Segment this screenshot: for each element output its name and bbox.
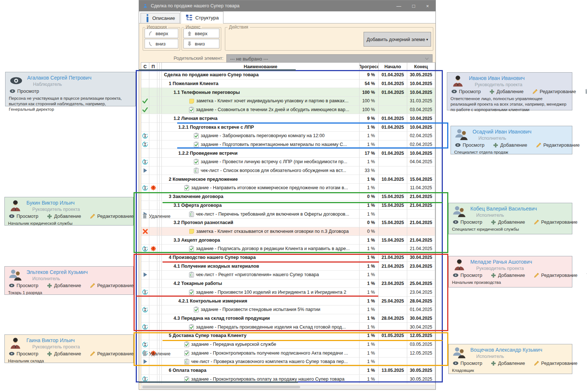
action-pencil[interactable]: Редактирование [532, 89, 576, 94]
grid-row[interactable]: 4.2.1 Контрольные измерения1 %25.04.2025… [141, 297, 435, 305]
maximize-button[interactable]: □ [412, 3, 415, 9]
minimize-button[interactable]: — [397, 3, 401, 9]
action-eye[interactable]: Просмотр [455, 142, 484, 148]
column-header[interactable]: Конец [407, 63, 435, 70]
note-icon [189, 98, 194, 104]
action-pencil[interactable]: Редактирование [534, 272, 577, 278]
action-eye[interactable]: Просмотр [9, 213, 38, 219]
grid-row[interactable]: 2 Коммерческое предложение1 %10.04.20251… [141, 175, 435, 184]
action-plus[interactable]: Добавление [47, 213, 81, 219]
grid-row[interactable]: задание - Созвониться в течении 2х дней … [141, 106, 435, 114]
grid-row[interactable]: чек-лист - Список вопросов для обязатель… [141, 166, 435, 175]
grid-row[interactable]: 3 Заключение договора0 %15.04.202521.04.… [141, 193, 435, 201]
horizontal-scrollbar[interactable] [141, 385, 435, 389]
add-child-button[interactable]: Добавить дочерний элеме ▾ [364, 32, 431, 47]
grid-row[interactable]: 3.3 Акцепт договора1 %15.04.202521.04.20… [141, 236, 435, 245]
person-name-link[interactable]: Иванов Иван Иванович [469, 75, 525, 81]
grid-row[interactable]: 4 Производство нашего Супер товара1 %21.… [141, 253, 435, 262]
action-eye[interactable]: Просмотр [10, 88, 39, 94]
tab-description[interactable]: Описание [141, 13, 180, 23]
grid-row[interactable]: задание - Забронировать переговорную ком… [141, 132, 435, 140]
scrollbar-thumb[interactable] [142, 386, 300, 388]
grid-row[interactable]: 3.1 Оферта договора1 %15.04.202521.04.20… [141, 201, 435, 210]
action-plus[interactable]: Добавление [491, 360, 525, 366]
hierarchy-down-button[interactable]: вниз [145, 39, 178, 48]
grid-row[interactable]: чек-лист - Рецепт «приготовления» нашего… [141, 271, 435, 279]
action-pencil[interactable]: Редактирование [536, 142, 580, 148]
column-header[interactable]: Прогресс [360, 63, 379, 70]
grid-row[interactable]: задание - Проконтролировать получение по… [141, 349, 435, 358]
action-pencil[interactable]: Редактирование [534, 360, 577, 366]
grid-row[interactable]: задание - Подписать договор в редакции К… [141, 245, 435, 253]
grid-row[interactable]: 4.3 Передача на склад готовой продукции1… [141, 314, 435, 323]
tab-structure[interactable]: Структура [181, 11, 223, 23]
action-pencil[interactable]: Редактирование [90, 213, 134, 219]
grid-row[interactable]: 3.2 Протокол разногласий0 %15.04.202521.… [141, 219, 435, 227]
parent-element-select[interactable]: --- не выбрано --- [226, 54, 433, 63]
action-plus[interactable]: Добавление [493, 142, 527, 148]
column-header[interactable]: С [141, 63, 149, 70]
person-name-link[interactable]: Эльтеков Сергей Кузьмич [26, 269, 88, 275]
index-down-button[interactable]: вниз [183, 39, 219, 48]
action-trash[interactable]: Удаление [142, 351, 171, 356]
person-name-link[interactable]: Осадчий Иван Иванович [473, 129, 532, 135]
grid-row[interactable]: заметка - Клиент отказывается от включен… [141, 227, 435, 236]
person-name-link[interactable]: Гаина Виктор Ильич [26, 337, 75, 343]
action-eye[interactable]: Просмотр [453, 272, 482, 278]
grid-row[interactable]: Сделка по продаже нашего Супер товара9 %… [141, 71, 435, 80]
action-pencil[interactable]: Редактирование [90, 283, 134, 288]
action-eye[interactable]: Просмотр [451, 89, 481, 94]
grid-row[interactable]: 6 Оплата товара1 %13.05.202530.05.2025 [141, 366, 435, 375]
grid-row[interactable]: 4.1 Получение исходных материалов1 %21.0… [141, 262, 435, 271]
action-eye[interactable]: Просмотр [453, 219, 482, 225]
grid-row[interactable]: задание - Произвести стендовые испытания… [141, 305, 435, 314]
grid-row[interactable]: заметка - Клиент хочет индивидуальную уп… [141, 97, 435, 106]
grid-row[interactable]: 1.2 Личная встреча9 %01.04.202510.04.202… [141, 114, 435, 123]
action-label: Добавление [500, 142, 527, 148]
grid-row[interactable]: задание - Проконтролировать оплату за пр… [141, 375, 435, 384]
action-plus[interactable]: Добавление [47, 283, 81, 288]
action-plus[interactable]: Добавление [491, 272, 525, 278]
action-pencil[interactable]: Редактирование [534, 219, 577, 225]
column-header[interactable]: Начало [379, 63, 407, 70]
index-up-button[interactable]: вверх [183, 29, 219, 38]
hierarchy-up-button[interactable]: вверх [145, 29, 178, 38]
grid-row[interactable]: чек-лист - Проверка упаковочного комплек… [141, 358, 435, 366]
grid-row[interactable]: 1.1 Телефонные переговоры100 %01.04.2025… [141, 88, 435, 97]
person-name-link[interactable]: Кобец Валерий Васильевич [470, 206, 537, 212]
grid-row[interactable]: 1 Пожелания Клиента54 %01.04.202510.04.2… [141, 80, 435, 88]
flag-cell [149, 262, 157, 271]
action-eye[interactable]: Просмотр [453, 360, 482, 366]
titlebar[interactable]: Сделка по продаже нашего Супер товара — … [139, 0, 435, 11]
person-name-link[interactable]: Вощечков Александр Кузьмич [470, 347, 542, 353]
action-trash[interactable]: Удаление [142, 213, 171, 219]
progress-cell: 100 % [360, 88, 379, 97]
person-name-link[interactable]: Агалаков Сергей Петрович [27, 75, 91, 81]
grid-row[interactable]: задание - Передать произведенные изделия… [141, 323, 435, 331]
action-eye[interactable]: Просмотр [9, 351, 38, 356]
column-header[interactable]: Наименование [162, 63, 360, 70]
action-pencil[interactable]: Редактирование [90, 351, 134, 356]
grid-row[interactable]: 1.2.2 Проведение встречи17 %01.04.202510… [141, 149, 435, 158]
column-header[interactable]: П [149, 63, 157, 70]
action-plus[interactable]: Добавление [489, 89, 524, 94]
action-eye[interactable]: Просмотр [9, 283, 38, 288]
grid-row[interactable]: задание - Передача курьерской службе1 %0… [141, 340, 435, 349]
person-name-link[interactable]: Букин Виктор Ильич [26, 200, 74, 206]
close-button[interactable]: × [426, 3, 429, 9]
grid-row[interactable]: 4.2 Токарные работы1 %23.04.202525.04.20… [141, 279, 435, 288]
action-plus[interactable]: Добавление [491, 219, 525, 225]
action-trash[interactable]: Удаление [585, 89, 587, 94]
grid-row[interactable]: задание - Провести личную встречу с ЛПР … [141, 158, 435, 166]
grid-row[interactable]: задание - Подготовить презентационные ма… [141, 140, 435, 149]
app-window: Сделка по продаже нашего Супер товара — … [139, 0, 436, 390]
grid-row[interactable]: чек-лист - Перечень требований для включ… [141, 210, 435, 219]
grid-row[interactable]: 1.2.1 Подготовка к встрече с ЛПР1 %01.04… [141, 123, 435, 132]
grid-row[interactable]: 5 Доставка Супер товара Клиенту1 %01.05.… [141, 331, 435, 340]
action-plus[interactable]: Добавление [47, 351, 81, 356]
grid-row[interactable]: задание - Направить итоговое коммерческо… [141, 184, 435, 193]
person-role: Руководитель проекта [32, 207, 80, 212]
person-name-link[interactable]: Меладзе Рачья Ашотович [470, 259, 532, 265]
progress-cell: 1 % [360, 271, 379, 279]
grid-row[interactable]: задание - Произвести 100 изделий из Ингр… [141, 288, 435, 297]
